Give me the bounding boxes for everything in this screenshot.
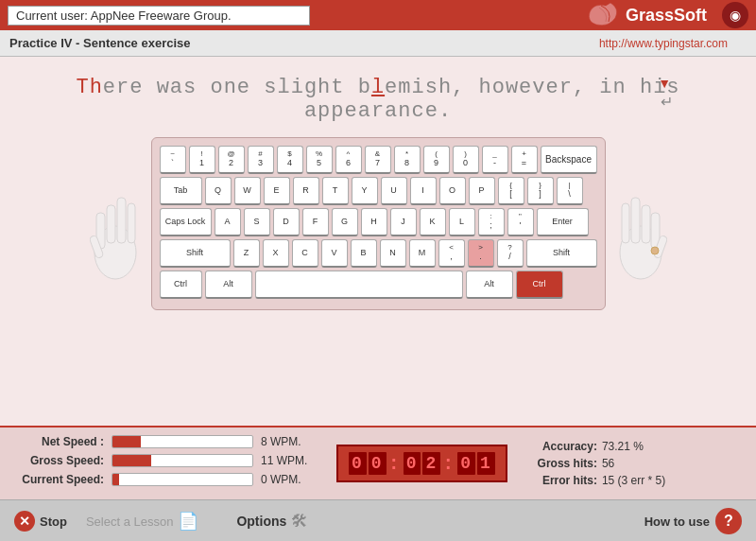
stop-button[interactable]: ✕ Stop (14, 511, 67, 532)
key-j[interactable]: J (390, 208, 417, 236)
key-h[interactable]: H (361, 208, 387, 236)
key-backspace[interactable]: Backspace (541, 146, 597, 174)
gross-speed-value: 11 WPM. (261, 454, 318, 467)
key-u[interactable]: U (381, 177, 407, 205)
key-alt-left[interactable]: Alt (205, 270, 252, 299)
svg-rect-7 (642, 205, 650, 243)
key-row-5: Ctrl Alt Alt Ctrl (160, 270, 597, 299)
current-speed-bar-fill (112, 474, 119, 485)
key-r[interactable]: R (293, 177, 319, 205)
options-label: Options (236, 514, 286, 529)
how-to-use-button[interactable]: How to use ? (644, 508, 742, 534)
key-ctrl-right[interactable]: Ctrl (516, 270, 563, 299)
gross-hits-row: Gross hits: 56 (526, 457, 742, 470)
key-quote[interactable]: "' (507, 208, 534, 236)
sentence-remaining: ere was one slight b (103, 76, 371, 99)
error-hits-row: Error hits: 15 (3 err * 5) (526, 474, 742, 487)
error-hits-label: Error hits: (526, 474, 597, 487)
key-7[interactable]: &7 (365, 146, 391, 174)
current-speed-bar-bg (112, 473, 253, 486)
net-speed-row: Net Speed : 8 WPM. (14, 435, 318, 448)
key-o[interactable]: O (439, 177, 466, 205)
select-lesson-label: Select a Lesson (86, 515, 174, 529)
website-url: http://www.typingstar.com (599, 37, 728, 50)
timer-d5: 0 (457, 452, 475, 475)
gross-speed-row: Gross Speed: 11 WPM. (14, 454, 318, 467)
gross-speed-bar-fill (112, 455, 151, 466)
key-backslash[interactable]: |\ (557, 177, 583, 205)
key-9[interactable]: (9 (423, 146, 450, 174)
key-k[interactable]: K (420, 208, 446, 236)
key-i[interactable]: I (410, 177, 437, 205)
key-alt-right[interactable]: Alt (466, 270, 513, 299)
key-4[interactable]: $4 (277, 146, 303, 174)
sentence-text: There was one slight blemish, however, i… (19, 76, 737, 123)
select-lesson-button[interactable]: Select a Lesson 📄 (86, 511, 199, 532)
cursor-indicator: ▼ (658, 76, 671, 91)
key-2[interactable]: @2 (218, 146, 245, 174)
key-a[interactable]: A (215, 208, 241, 236)
key-w[interactable]: W (234, 177, 261, 205)
key-backtick[interactable]: ~` (160, 146, 186, 174)
key-6[interactable]: ^6 (335, 146, 362, 174)
key-l[interactable]: L (449, 208, 475, 236)
key-y[interactable]: Y (352, 177, 378, 205)
timer-display: 0 0 : 0 2 : 0 1 (336, 445, 507, 482)
key-e[interactable]: E (264, 177, 290, 205)
how-to-use-label: How to use (644, 515, 710, 529)
typed-correct: Th (76, 76, 102, 99)
options-button[interactable]: Options 🛠 (236, 512, 308, 532)
error-char: l (371, 76, 385, 99)
key-v[interactable]: V (321, 239, 348, 268)
logo-leaf-icon (582, 1, 620, 29)
svg-point-12 (651, 247, 659, 254)
key-tab[interactable]: Tab (160, 177, 202, 205)
key-lbracket[interactable]: {[ (498, 177, 524, 205)
key-x[interactable]: X (263, 239, 289, 268)
keyboard-container: ~` !1 @2 #3 $4 %5 ^6 &7 *8 (9 )0 _- += B… (9, 137, 747, 310)
key-semicolon[interactable]: :; (478, 208, 505, 236)
right-hand-svg (615, 167, 667, 281)
key-d[interactable]: D (273, 208, 300, 236)
key-t[interactable]: T (322, 177, 349, 205)
key-equals[interactable]: += (511, 146, 538, 174)
key-period[interactable]: >. (468, 239, 494, 268)
current-speed-label: Current Speed: (14, 473, 104, 486)
stats-center: 0 0 : 0 2 : 0 1 (336, 435, 507, 492)
subheader: Practice IV - Sentence exercise http://w… (0, 30, 756, 57)
key-ctrl-left[interactable]: Ctrl (160, 270, 202, 299)
key-minus[interactable]: _- (482, 146, 508, 174)
key-5[interactable]: %5 (306, 146, 333, 174)
logo-area: GrassSoft ◉ (582, 1, 748, 29)
key-3[interactable]: #3 (248, 146, 274, 174)
net-speed-bar-bg (112, 435, 253, 448)
key-f[interactable]: F (302, 208, 329, 236)
timer-d6: 1 (477, 452, 495, 475)
key-comma[interactable]: <, (438, 239, 465, 268)
key-1[interactable]: !1 (189, 146, 215, 174)
key-8[interactable]: *8 (394, 146, 421, 174)
key-g[interactable]: G (332, 208, 358, 236)
key-slash[interactable]: ?/ (497, 239, 524, 268)
key-shift-right[interactable]: Shift (526, 239, 597, 268)
svg-rect-2 (117, 198, 126, 243)
key-p[interactable]: P (469, 177, 495, 205)
key-space[interactable] (255, 270, 463, 299)
key-m[interactable]: M (409, 239, 436, 268)
key-enter[interactable]: Enter (537, 208, 589, 236)
key-rbracket[interactable]: }] (527, 177, 554, 205)
key-z[interactable]: Z (233, 239, 260, 268)
key-b[interactable]: B (351, 239, 377, 268)
key-row-3: Caps Lock A S D F G H J K L :; "' Enter (160, 208, 597, 236)
key-shift-left[interactable]: Shift (160, 239, 231, 268)
key-0[interactable]: )0 (453, 146, 479, 174)
key-caps-lock[interactable]: Caps Lock (160, 208, 212, 236)
key-n[interactable]: N (380, 239, 406, 268)
key-row-4: Shift Z X C V B N M <, >. ?/ Shift (160, 239, 597, 268)
key-c[interactable]: C (292, 239, 318, 268)
key-q[interactable]: Q (205, 177, 232, 205)
timer-d1: 0 (349, 452, 367, 475)
key-s[interactable]: S (244, 208, 270, 236)
accuracy-label: Accuracy: (526, 440, 597, 453)
net-speed-bar-fill (112, 436, 141, 447)
